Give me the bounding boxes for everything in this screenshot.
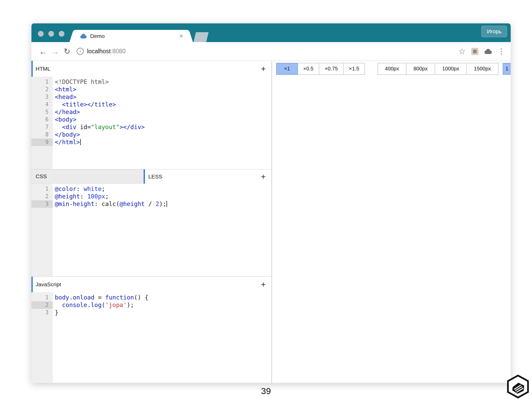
code-line[interactable]: 3@min-height: calc(@height / 2); [31,200,271,208]
code-token: @height [55,193,80,200]
less-code-editor[interactable]: 1@color: white;2@height: 100px;3@min-hei… [31,184,271,276]
code-line[interactable]: 8</body> [31,131,271,138]
tab-less-label: LESS [148,174,162,180]
line-number: 2 [31,301,53,309]
brand-logo [506,375,530,398]
page: Demo × Игорь ← → ↻ i localhost:8080 ☆ [0,0,532,399]
main-content: HTML + 1<!DOCTYPE html>2<html>3<head>4 <… [31,61,511,383]
forward-icon[interactable]: → [49,47,61,56]
line-number: 1 [31,294,53,301]
line-number: 2 [31,86,53,93]
close-window-button[interactable] [38,31,44,37]
bookmark-star-icon[interactable]: ☆ [458,48,466,55]
line-number: 1 [31,185,53,193]
extension-icon[interactable] [471,48,478,55]
url-port: :8080 [111,48,126,55]
tab-close-icon[interactable]: × [179,33,183,39]
zoom-x075-button[interactable]: ×0.75 [319,63,344,75]
code-token: ; [105,193,109,200]
code-text: @height: 100px; [53,193,109,200]
width-400px-button[interactable]: 400px [377,63,407,75]
width-button-group: 400px 800px 1000px 1500px [377,63,498,75]
code-text: body.onload = function() { [53,294,148,301]
line-number: 3 [31,93,53,101]
code-token: white [84,185,102,192]
zoom-x15-button[interactable]: ×1.5 [343,63,365,75]
code-token: 100px [87,193,105,200]
code-text: <div id="layout"></div> [53,123,145,131]
line-number: 1 [31,78,53,86]
profile-button[interactable]: Игорь [481,26,507,37]
code-token: <title></title> [62,101,116,108]
browser-window: Demo × Игорь ← → ↻ i localhost:8080 ☆ [31,23,511,383]
code-line[interactable]: 3<head> [31,93,271,101]
traffic-lights [38,31,64,37]
code-token: </body> [55,131,80,138]
add-html-panel-button[interactable]: + [261,65,266,73]
zoom-x05-button[interactable]: ×0.5 [297,63,319,75]
code-line[interactable]: 2 console.log('jopa'); [31,301,271,309]
zoom-x1-button[interactable]: ×1 [276,63,298,75]
js-code-editor[interactable]: 1body.onload = function() {2 console.log… [31,292,271,383]
code-line[interactable]: 7 <div id="layout"></div> [31,123,271,131]
code-line[interactable]: 3} [31,309,271,316]
site-info-icon[interactable]: i [77,48,84,55]
code-line[interactable]: 1@color: white; [31,185,271,193]
browser-menu-icon[interactable]: ⋮ [498,48,505,55]
code-line[interactable]: 6<body> [31,116,271,123]
text-cursor [167,201,167,207]
code-token: log [91,302,102,308]
tab-less[interactable]: LESS [144,169,256,184]
code-token: <!DOCTYPE html> [55,78,109,85]
code-token: ); [127,302,134,308]
reload-icon[interactable]: ↻ [61,48,73,55]
back-icon[interactable]: ← [37,47,49,56]
code-token: / [145,201,156,207]
slide-page-number: 39 [0,386,532,396]
code-token: 2 [156,201,159,207]
preview-toolbar: ×1 ×0.5 ×0.75 ×1.5 400px 800px 1000px 15… [272,61,511,77]
code-token: ></div> [119,124,145,130]
code-line[interactable]: 1body.onload = function() { [31,294,271,301]
code-line[interactable]: 5</head> [31,108,271,116]
line-number: 8 [31,131,53,138]
code-line[interactable]: 2@height: 100px; [31,193,271,200]
code-line[interactable]: 2<html> [31,86,271,93]
add-css-panel-button[interactable]: + [261,172,266,181]
code-text: <html> [53,86,76,93]
code-text: </body> [53,131,80,138]
code-text: <!DOCTYPE html> [53,78,109,86]
code-text: } [53,309,58,316]
active-panel-accent [31,277,33,292]
code-token: : [80,193,87,200]
add-js-panel-button[interactable]: + [261,280,266,289]
code-line[interactable]: 4 <title></title> [31,101,271,108]
url-field[interactable]: localhost:8080 [87,48,125,55]
width-1000px-button[interactable]: 1000px [435,63,467,75]
code-token: ); [159,201,167,207]
code-token: @color [55,185,76,192]
code-text: </head> [53,108,80,116]
new-tab-button[interactable] [194,32,209,42]
text-cursor [80,139,81,145]
tab-css[interactable]: CSS [31,169,144,184]
preview-viewport[interactable] [272,77,511,383]
code-token [55,124,62,130]
html-panel-header: HTML + [31,61,271,77]
code-token [55,302,62,308]
browser-tab[interactable]: Demo × [74,30,188,42]
cloud-extension-icon[interactable] [484,49,493,54]
width-800px-button[interactable]: 800px [406,63,435,75]
width-1500px-button[interactable]: 1500px [466,63,498,75]
active-panel-accent [31,61,33,77]
maximize-window-button[interactable] [59,31,64,37]
window-titlebar: Demo × Игорь [31,23,511,42]
html-code-editor[interactable]: 1<!DOCTYPE html>2<html>3<head>4 <title><… [31,77,271,169]
code-line[interactable]: 9</html> [31,138,271,146]
code-token: <html> [55,86,76,93]
width-cutoff-button[interactable]: 1 [503,63,511,75]
code-token: : [94,201,102,207]
minimize-window-button[interactable] [48,31,54,37]
code-line[interactable]: 1<!DOCTYPE html> [31,78,271,86]
code-token: 'jopa' [105,302,127,308]
